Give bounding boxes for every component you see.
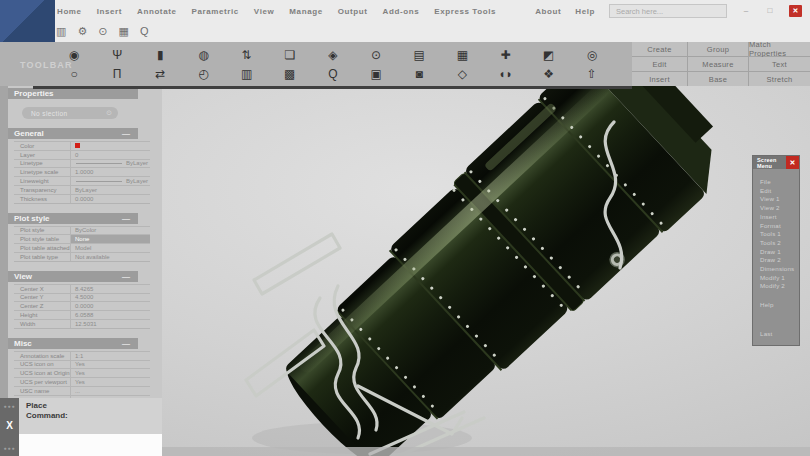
menu-item-help[interactable]: Help xyxy=(575,7,595,16)
property-row[interactable]: Annotation scale1:1 xyxy=(14,351,150,360)
magnifier-icon[interactable]: Q xyxy=(325,68,341,80)
corner-arrow-icon[interactable]: ◩ xyxy=(541,49,557,61)
pentagon-plus-icon[interactable]: ✚ xyxy=(498,49,514,61)
settings-gear-icon[interactable]: ⚙ xyxy=(77,26,87,37)
screen-menu-item-format[interactable]: Format xyxy=(760,222,799,231)
property-row[interactable]: Color xyxy=(14,141,150,150)
property-row[interactable]: UCS per viewportYes xyxy=(14,377,150,386)
section-header-plot-style[interactable]: Plot style— xyxy=(8,213,138,224)
property-value[interactable]: ByColor xyxy=(70,227,150,235)
property-row[interactable]: Plot styleByColor xyxy=(14,226,150,235)
property-value[interactable]: Yes xyxy=(70,369,150,377)
match-properties-button[interactable]: Match Properties xyxy=(749,42,810,56)
screen-menu-item-modify-2[interactable]: Modify 2 xyxy=(760,282,799,291)
pie-sphere-icon[interactable]: ◴ xyxy=(195,68,211,80)
property-row[interactable]: USC name... xyxy=(14,386,150,395)
property-row[interactable]: Thickness0.0000 xyxy=(14,194,150,203)
stretch-button[interactable]: Stretch xyxy=(749,72,810,86)
viewport-3d[interactable]: Screen Menu ✕ FileEditView 1View 2Insert… xyxy=(162,86,810,456)
property-value[interactable]: 6.0588 xyxy=(70,311,150,319)
property-row[interactable]: Center Z0.0000 xyxy=(14,301,150,310)
menu-item-manage[interactable]: Manage xyxy=(289,7,322,16)
property-value[interactable]: 0 xyxy=(70,151,150,159)
stacked-lines-icon[interactable]: ▤ xyxy=(411,49,427,61)
menu-item-add-ons[interactable]: Add-ons xyxy=(383,7,420,16)
property-value[interactable]: ByLayer xyxy=(70,177,150,185)
property-value[interactable]: ByLayer xyxy=(70,160,150,168)
property-value[interactable]: 8.4265 xyxy=(70,285,150,293)
filter-table-icon[interactable]: ▥ xyxy=(56,26,66,37)
selection-dropdown[interactable]: No slection ⊙ xyxy=(22,107,118,119)
screen-menu-close-icon[interactable]: ✕ xyxy=(786,156,799,169)
property-value[interactable]: 1.0000 xyxy=(70,168,150,176)
menu-item-about[interactable]: About xyxy=(535,7,561,16)
screen-menu-item-view-1[interactable]: View 1 xyxy=(760,195,799,204)
screen-menu-item-draw-2[interactable]: Draw 2 xyxy=(760,256,799,265)
search-lens-icon[interactable]: Q xyxy=(140,26,149,37)
poly-cluster-icon[interactable]: ❖ xyxy=(541,68,557,80)
group-button[interactable]: Group xyxy=(688,42,748,56)
section-header-view[interactable]: View— xyxy=(8,271,138,282)
screen-menu-item-view-2[interactable]: View 2 xyxy=(760,204,799,213)
spool-icon[interactable]: ▮ xyxy=(152,49,168,61)
screen-menu-item-edit[interactable]: Edit xyxy=(760,187,799,196)
menu-item-annotate[interactable]: Annotate xyxy=(137,7,176,16)
property-row[interactable]: Center X8.4265 xyxy=(14,284,150,293)
edit-button[interactable]: Edit xyxy=(632,57,687,71)
search-input[interactable] xyxy=(609,4,727,18)
measure-button[interactable]: Measure xyxy=(688,57,748,71)
film-icon[interactable]: ▣ xyxy=(368,68,384,80)
bug-icon[interactable]: ◉ xyxy=(66,49,82,61)
anchor-icon[interactable]: Ψ xyxy=(109,49,125,61)
command-close-button[interactable]: X xyxy=(0,420,19,431)
property-row[interactable]: UCS icon onYes xyxy=(14,360,150,369)
facet-cluster-icon[interactable]: ◈ xyxy=(325,49,341,61)
boxed-dot-icon[interactable]: ◙ xyxy=(411,68,427,80)
plumb-icon[interactable]: ⊙ xyxy=(368,49,384,61)
property-value[interactable]: Not available xyxy=(70,253,150,261)
screen-menu-item-file[interactable]: File xyxy=(760,178,799,187)
app-logo[interactable] xyxy=(0,0,55,42)
property-value[interactable]: 4.5000 xyxy=(70,294,150,302)
collapse-icon[interactable]: — xyxy=(122,214,130,223)
property-row[interactable]: Center Y4.5000 xyxy=(14,293,150,302)
property-value[interactable]: 0.0000 xyxy=(70,195,150,203)
swap-lines-icon[interactable]: ⇄ xyxy=(152,68,168,80)
property-value[interactable]: 0.0000 xyxy=(70,302,150,310)
grid-icon[interactable]: ▦ xyxy=(119,26,129,37)
grip-dots-icon[interactable]: ●●● xyxy=(0,445,19,451)
property-row[interactable]: Plot table typeNot available xyxy=(14,252,150,261)
screen-menu-item-last[interactable]: Last xyxy=(753,310,799,339)
property-value[interactable]: 12.5031 xyxy=(70,320,150,328)
property-value[interactable]: None xyxy=(70,235,150,243)
screen-menu-titlebar[interactable]: Screen Menu ✕ xyxy=(753,156,799,169)
property-value[interactable]: Yes xyxy=(70,361,150,369)
base-button[interactable]: Base xyxy=(688,72,748,86)
property-row[interactable]: Layer0 xyxy=(14,150,150,159)
collapse-icon[interactable]: — xyxy=(122,272,130,281)
property-row[interactable]: Plot table attached toModel xyxy=(14,243,150,252)
close-button[interactable]: ✕ xyxy=(789,5,802,17)
property-row[interactable]: UCS icon at OriginYes xyxy=(14,368,150,377)
selection-target-icon[interactable]: ⊙ xyxy=(106,109,112,117)
collapse-icon[interactable]: — xyxy=(122,339,130,348)
pi-profile-icon[interactable]: Π xyxy=(109,68,125,80)
property-value[interactable]: ... xyxy=(70,387,150,395)
text-button[interactable]: Text xyxy=(749,57,810,71)
menu-item-parametric[interactable]: Parametric xyxy=(192,7,239,16)
sort-bars-icon[interactable]: ⇅ xyxy=(239,49,255,61)
screen-menu-item-dimensions[interactable]: Dimensions xyxy=(760,265,799,274)
screen-menu-item-help[interactable]: Help xyxy=(753,291,799,310)
maximize-button[interactable]: □ xyxy=(765,5,775,17)
property-row[interactable]: Plot style tableNone xyxy=(14,234,150,243)
property-value[interactable]: ByLayer xyxy=(70,186,150,194)
lens-pair-icon[interactable]: ◖◗ xyxy=(498,68,514,80)
menu-item-home[interactable]: Home xyxy=(57,7,82,16)
menu-item-view[interactable]: View xyxy=(254,7,275,16)
section-header-general[interactable]: General— xyxy=(8,128,138,139)
collapse-icon[interactable]: — xyxy=(122,129,130,138)
center-point-icon[interactable]: ◎ xyxy=(584,49,600,61)
screen-menu-item-draw-1[interactable]: Draw 1 xyxy=(760,248,799,257)
property-row[interactable]: Linetype scale1.0000 xyxy=(14,167,150,176)
property-row[interactable]: LineweightByLayer xyxy=(14,176,150,185)
